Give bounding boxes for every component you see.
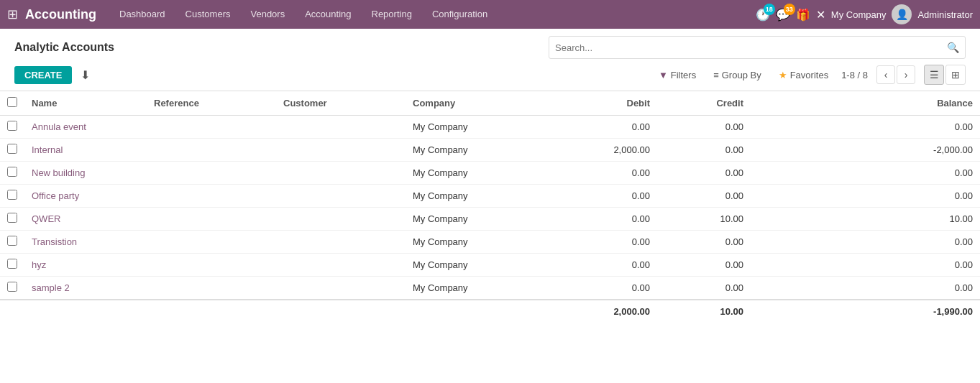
- nav-configuration[interactable]: Configuration: [423, 0, 496, 29]
- row-checkbox-cell[interactable]: [0, 162, 24, 185]
- row-name[interactable]: hyz: [24, 254, 147, 277]
- row-checkbox-cell[interactable]: [0, 208, 24, 231]
- row-checkbox-cell[interactable]: [0, 231, 24, 254]
- row-checkbox-cell[interactable]: [0, 185, 24, 208]
- footer-credit: 10.00: [657, 300, 751, 323]
- messages-badge: 33: [784, 4, 795, 15]
- row-reference: [147, 277, 276, 300]
- row-balance: 10.00: [751, 208, 980, 231]
- nav-customers[interactable]: Customers: [177, 0, 239, 29]
- col-header-reference[interactable]: Reference: [147, 91, 276, 116]
- close-icon-btn[interactable]: ✕: [816, 8, 825, 22]
- row-checkbox-cell[interactable]: [0, 139, 24, 162]
- row-checkbox[interactable]: [7, 144, 17, 154]
- nav-accounting[interactable]: Accounting: [296, 0, 360, 29]
- toolbar-right: ▼ Filters ≡ Group By ★ Favorites 1-8 / 8…: [654, 65, 966, 85]
- row-checkbox-cell[interactable]: [0, 277, 24, 300]
- gift-icon: 🎁: [796, 8, 810, 22]
- next-page-button[interactable]: ›: [897, 65, 915, 84]
- x-icon: ✕: [816, 8, 825, 22]
- row-name[interactable]: Transistion: [24, 231, 147, 254]
- row-balance: 0.00: [751, 277, 980, 300]
- row-checkbox[interactable]: [7, 259, 17, 269]
- download-button[interactable]: ⬇: [78, 65, 93, 85]
- nav-dashboard[interactable]: Dashboard: [111, 0, 174, 29]
- row-checkbox[interactable]: [7, 190, 17, 200]
- select-all-checkbox[interactable]: [7, 97, 17, 107]
- row-checkbox[interactable]: [7, 236, 17, 246]
- row-balance: -2,000.00: [751, 139, 980, 162]
- row-checkbox-cell[interactable]: [0, 254, 24, 277]
- row-credit: 10.00: [657, 208, 751, 231]
- analytic-accounts-table: Name Reference Customer Company Debit Cr…: [0, 91, 980, 323]
- row-checkbox[interactable]: [7, 121, 17, 131]
- grid-icon[interactable]: ⊞: [7, 6, 18, 22]
- row-customer: [276, 185, 406, 208]
- table-row: hyz My Company 0.00 0.00 0.00: [0, 254, 980, 277]
- col-header-credit[interactable]: Credit: [657, 91, 751, 116]
- row-company: My Company: [406, 231, 564, 254]
- create-button[interactable]: CREATE: [14, 66, 72, 84]
- footer-debit: 2,000.00: [564, 300, 657, 323]
- row-balance: 0.00: [751, 185, 980, 208]
- col-header-company[interactable]: Company: [406, 91, 564, 116]
- row-checkbox[interactable]: [7, 213, 17, 223]
- row-credit: 0.00: [657, 277, 751, 300]
- page-header: Analytic Accounts 🔍: [0, 29, 980, 59]
- row-debit: 0.00: [564, 231, 657, 254]
- user-name[interactable]: Administrator: [917, 9, 973, 20]
- col-header-customer[interactable]: Customer: [276, 91, 406, 116]
- main-content: Analytic Accounts 🔍 CREATE ⬇ ▼ Filters ≡…: [0, 29, 980, 383]
- search-input[interactable]: [555, 42, 947, 53]
- row-checkbox[interactable]: [7, 282, 17, 292]
- user-avatar[interactable]: 👤: [892, 4, 912, 24]
- table-row: QWER My Company 0.00 10.00 10.00: [0, 208, 980, 231]
- table-body: Annula event My Company 0.00 0.00 0.00 I…: [0, 116, 980, 300]
- page-title: Analytic Accounts: [14, 41, 114, 54]
- row-reference: [147, 208, 276, 231]
- row-name[interactable]: sample 2: [24, 277, 147, 300]
- row-name[interactable]: Internal: [24, 139, 147, 162]
- messages-icon-btn[interactable]: 💬 33: [776, 8, 790, 22]
- nav-vendors[interactable]: Vendors: [242, 0, 293, 29]
- table-row: sample 2 My Company 0.00 0.00 0.00: [0, 277, 980, 300]
- row-company: My Company: [406, 139, 564, 162]
- row-name[interactable]: Office party: [24, 185, 147, 208]
- list-view-button[interactable]: ☰: [924, 65, 944, 85]
- table-header-row: Name Reference Customer Company Debit Cr…: [0, 91, 980, 116]
- row-checkbox[interactable]: [7, 167, 17, 177]
- activity-icon-btn[interactable]: 🕐 18: [756, 8, 770, 22]
- view-toggle: ☰ ⊞: [924, 65, 966, 85]
- row-reference: [147, 231, 276, 254]
- col-header-debit[interactable]: Debit: [564, 91, 657, 116]
- filters-button[interactable]: ▼ Filters: [654, 67, 700, 83]
- row-name[interactable]: Annula event: [24, 116, 147, 139]
- row-name[interactable]: QWER: [24, 208, 147, 231]
- pagination-info: 1-8 / 8: [841, 70, 868, 80]
- select-all-header[interactable]: [0, 91, 24, 116]
- col-header-balance[interactable]: Balance: [751, 91, 980, 116]
- company-name[interactable]: My Company: [831, 9, 887, 20]
- groupby-icon: ≡: [713, 70, 719, 80]
- row-company: My Company: [406, 254, 564, 277]
- table-row: Transistion My Company 0.00 0.00 0.00: [0, 231, 980, 254]
- favorites-label: Favorites: [790, 70, 828, 80]
- prev-page-button[interactable]: ‹: [876, 65, 895, 84]
- kanban-view-button[interactable]: ⊞: [945, 65, 966, 85]
- row-customer: [276, 254, 406, 277]
- row-customer: [276, 277, 406, 300]
- row-debit: 0.00: [564, 116, 657, 139]
- row-credit: 0.00: [657, 116, 751, 139]
- row-name[interactable]: New building: [24, 162, 147, 185]
- row-checkbox-cell[interactable]: [0, 116, 24, 139]
- groupby-button[interactable]: ≡ Group By: [709, 67, 766, 83]
- footer-balance: -1,990.00: [751, 300, 980, 323]
- favorites-button[interactable]: ★ Favorites: [774, 67, 833, 83]
- filters-label: Filters: [671, 70, 696, 80]
- col-header-name[interactable]: Name: [24, 91, 147, 116]
- search-icon[interactable]: 🔍: [947, 42, 959, 53]
- nav-reporting[interactable]: Reporting: [363, 0, 421, 29]
- row-debit: 0.00: [564, 185, 657, 208]
- gift-icon-btn[interactable]: 🎁: [796, 8, 810, 22]
- row-debit: 0.00: [564, 208, 657, 231]
